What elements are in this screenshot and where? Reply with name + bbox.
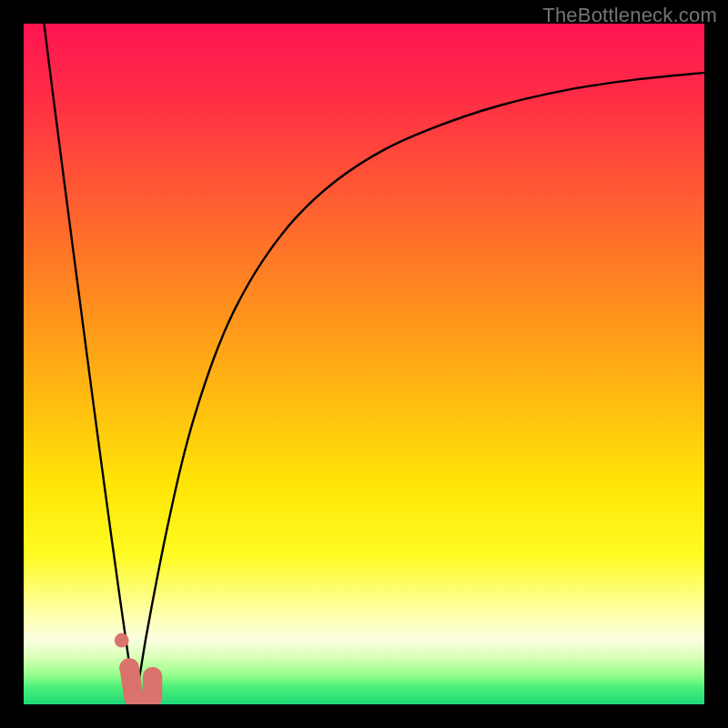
- outer-frame: TheBottleneck.com: [0, 0, 728, 728]
- marker-dot-upper: [115, 633, 129, 648]
- gradient-background: [24, 24, 704, 704]
- chart-canvas: [24, 24, 704, 704]
- plot-area: [24, 24, 704, 704]
